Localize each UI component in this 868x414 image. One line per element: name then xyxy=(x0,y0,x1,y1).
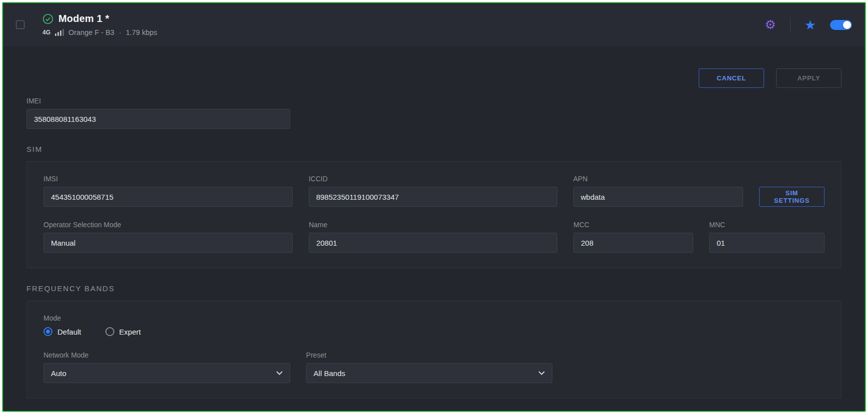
modem-header: Modem 1 * 4G Orange F - B3 · 1.79 kbps ⚙… xyxy=(3,3,865,46)
signal-strength-icon xyxy=(55,29,64,36)
speed-label: 1.79 kbps xyxy=(126,28,157,36)
imsi-label: IMSI xyxy=(43,175,293,183)
mode-radio-expert-label: Expert xyxy=(119,328,141,336)
network-type-label: 4G xyxy=(42,29,50,36)
iccid-input[interactable] xyxy=(309,187,557,207)
select-modem-checkbox[interactable] xyxy=(16,20,24,29)
operator-name-input[interactable] xyxy=(309,233,557,253)
chevron-down-icon xyxy=(538,371,545,375)
network-mode-label: Network Mode xyxy=(43,351,290,359)
toggle-knob xyxy=(843,21,851,29)
header-divider xyxy=(790,17,791,32)
frequency-bands-section-title: FREQUENCY BANDS xyxy=(26,284,842,293)
imei-field: IMEI xyxy=(26,97,290,129)
mode-label: Mode xyxy=(43,314,825,322)
preset-select[interactable]: All Bands xyxy=(306,363,552,383)
preset-label: Preset xyxy=(306,351,552,359)
preset-field: Preset All Bands xyxy=(306,351,552,383)
radio-circle-icon xyxy=(105,327,114,336)
gear-icon[interactable]: ⚙ xyxy=(765,18,776,31)
apply-button[interactable]: APPLY xyxy=(776,68,842,88)
mode-radio-default-label: Default xyxy=(57,328,81,336)
mnc-label: MNC xyxy=(709,221,825,229)
network-mode-field: Network Mode Auto xyxy=(43,351,290,383)
operator-name-label: Name xyxy=(309,221,557,229)
mnc-input[interactable] xyxy=(709,233,825,253)
apn-input[interactable] xyxy=(573,187,743,207)
mcc-label: MCC xyxy=(573,221,693,229)
imei-input[interactable] xyxy=(26,109,290,129)
frequency-bands-panel: Mode Default Expert Network Mode Auto xyxy=(26,301,842,399)
modem-card: Modem 1 * 4G Orange F - B3 · 1.79 kbps ⚙… xyxy=(2,2,866,412)
operator-name-field: Name xyxy=(309,221,557,253)
mode-radio-default[interactable]: Default xyxy=(43,327,81,336)
separator-dot: · xyxy=(119,28,121,36)
imei-label: IMEI xyxy=(26,97,290,105)
network-mode-select[interactable]: Auto xyxy=(43,363,290,383)
cancel-button[interactable]: CANCEL xyxy=(699,68,764,88)
apn-field: APN xyxy=(573,175,743,207)
mnc-field: MNC xyxy=(709,221,825,253)
operator-selection-mode-field: Operator Selection Mode xyxy=(43,221,293,253)
sim-settings-button[interactable]: SIM SETTINGS xyxy=(759,187,825,207)
imsi-input[interactable] xyxy=(43,187,293,207)
modem-enable-toggle[interactable] xyxy=(830,20,852,30)
mcc-field: MCC xyxy=(573,221,693,253)
favorite-star-icon[interactable]: ★ xyxy=(805,18,816,31)
imsi-field: IMSI xyxy=(43,175,293,207)
operator-selection-mode-input[interactable] xyxy=(43,233,293,253)
iccid-label: ICCID xyxy=(309,175,557,183)
modem-settings-content: CANCEL APPLY IMEI SIM IMSI ICCID APN xyxy=(3,46,865,411)
mode-radio-group: Default Expert xyxy=(43,327,825,336)
preset-value: All Bands xyxy=(314,369,345,378)
sim-section-title: SIM xyxy=(26,145,842,153)
status-ok-icon xyxy=(42,13,53,24)
operator-selection-mode-label: Operator Selection Mode xyxy=(43,221,293,229)
form-actions: CANCEL APPLY xyxy=(26,46,842,88)
mode-radio-expert[interactable]: Expert xyxy=(105,327,141,336)
header-actions: ⚙ ★ xyxy=(765,17,852,32)
modem-title-block: Modem 1 * 4G Orange F - B3 · 1.79 kbps xyxy=(42,13,157,36)
iccid-field: ICCID xyxy=(309,175,557,207)
network-mode-value: Auto xyxy=(51,369,66,378)
chevron-down-icon xyxy=(276,371,283,375)
operator-label: Orange F - B3 xyxy=(68,28,114,36)
sim-panel: IMSI ICCID APN SIM SETTINGS Operator Sel… xyxy=(26,161,842,268)
modem-title: Modem 1 * xyxy=(58,13,109,24)
apn-label: APN xyxy=(573,175,743,183)
radio-circle-icon xyxy=(43,327,52,336)
mcc-input[interactable] xyxy=(573,233,693,253)
